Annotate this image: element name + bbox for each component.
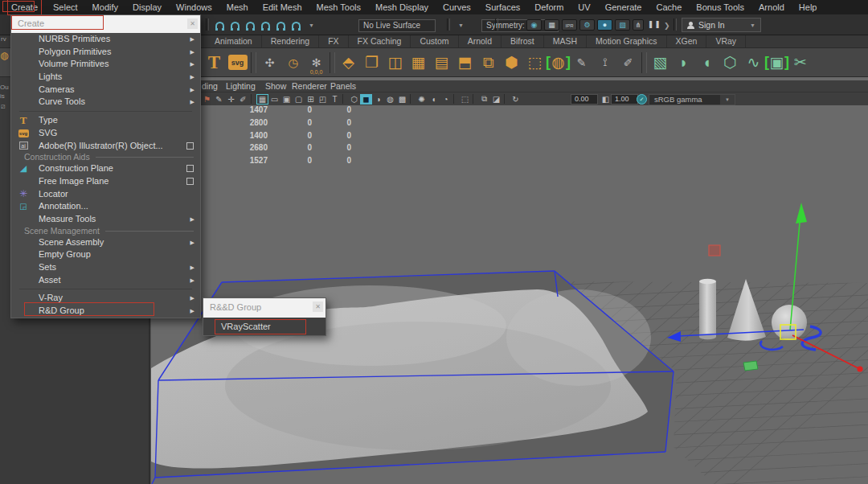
snap-to-projected-center-icon[interactable] [261,22,270,29]
rd-submenu-titlebar[interactable]: R&&D Group ✕ [203,298,326,318]
wireframe-mode-icon[interactable]: ⬡ [348,94,360,105]
menu-item-asset[interactable]: Asset▶ [11,274,200,287]
shaded-mode-icon[interactable]: ◼ [360,94,372,105]
xray-joints-icon[interactable]: ◪ [490,94,502,105]
panel-menu-shading[interactable]: ding [202,80,218,92]
nurbs-cube-icon[interactable]: ⬡ [719,51,742,75]
shelf-tab-bifrost[interactable]: Bifrost [502,35,544,47]
menu-item-curve-tools[interactable]: Curve Tools▶ [11,96,200,109]
menu-edit-mesh[interactable]: Edit Mesh [256,0,309,14]
sphere-object[interactable] [772,305,807,340]
use-all-lights-icon[interactable]: ✺ [416,94,428,105]
joint-tool-icon[interactable]: ✣ [258,51,281,75]
shelf-tab-rendering[interactable]: Rendering [262,35,319,47]
node-editor-icon[interactable]: ⋔ [633,19,644,31]
colorspace-dropdown[interactable]: sRGB gamma ▼ [649,94,735,105]
render-setup-icon[interactable]: ▧ [615,19,630,31]
shelf-tab-animation[interactable]: Animation [206,35,262,47]
fill-hole-icon[interactable]: ▦ [407,51,430,75]
perspective-viewport[interactable]: ding Lighting Show Renderer Panels ⚑ ✎ ✛… [151,77,868,484]
nurbs-surface-icon[interactable]: ◗ [672,51,695,75]
menu-mesh-tools[interactable]: Mesh Tools [309,0,368,14]
sphere-grid-tool-icon[interactable]: ◍ [547,51,570,75]
menu-generate[interactable]: Generate [598,0,649,14]
shadows-icon[interactable]: ◖ [428,94,440,105]
separate-icon[interactable]: ❐ [360,51,383,75]
menu-uv[interactable]: UV [571,0,597,14]
textured-mode-icon[interactable]: ◑ [372,94,384,105]
option-box[interactable] [186,178,194,185]
ao-icon[interactable]: ◔ [440,94,452,105]
menu-item-free-image-plane[interactable]: Free Image Plane [11,175,200,188]
select-camera-icon[interactable]: ✎ [213,94,225,105]
create-curve-icon[interactable]: ✎ [570,51,593,75]
close-icon[interactable]: ✕ [187,18,198,29]
menu-item-nurbs-primitives[interactable]: NURBS Primitives▶ [11,33,200,46]
pencil-curve-icon[interactable]: ✐ [616,51,640,75]
render-view-icon[interactable]: ◉ [526,19,542,31]
panel-menu-renderer[interactable]: Renderer [292,80,327,92]
hypershade-icon[interactable]: ● [597,19,612,31]
menu-item-annotation[interactable]: ◲Annotation... [11,200,200,213]
shelf-tab-xgen[interactable]: XGen [667,35,707,47]
resolution-gate-icon[interactable]: ▣ [280,94,293,105]
menu-display[interactable]: Display [125,0,169,14]
menu-curves[interactable]: Curves [436,0,478,14]
snap-to-view-plane-icon[interactable] [276,22,285,29]
marquee-tool-icon[interactable]: ⬚ [523,51,547,75]
move-to-origin-icon[interactable]: ✻0,0,0 [305,51,328,75]
panel-menu-panels[interactable]: Panels [330,80,356,92]
shelf-tab-vray[interactable]: VRay [706,35,746,47]
menu-item-polygon-primitives[interactable]: Polygon Primitives▶ [11,46,200,59]
snap-to-point-icon[interactable] [246,22,255,29]
menu-item-adobe-illustrator-object[interactable]: aiAdobe(R) Illustrator(R) Object... [11,140,200,153]
menu-item-construction-plane[interactable]: ◢Construction Plane [11,162,200,175]
grid-toggle-icon[interactable]: ▦ [256,94,268,105]
bookmark-icon[interactable]: ⚑ [201,94,213,105]
material-mode-icon[interactable]: ◍ [384,94,396,105]
edit-curve-icon[interactable]: ⟟ [593,51,616,75]
detach-icon[interactable]: ✂ [788,51,812,75]
field-chart-icon[interactable]: ⊞ [305,94,317,105]
isolate-select-icon[interactable]: ⬚ [459,94,471,105]
section-expand-icon-2[interactable]: ❯ [664,22,670,30]
viewport-canvas[interactable] [151,105,868,484]
cube-tool-icon[interactable]: ⬢ [500,51,523,75]
gamma-icon[interactable]: ◧ [600,94,612,105]
gate-mask-icon[interactable]: ▢ [293,94,305,105]
pause-icon[interactable]: ❚❚ [648,20,661,28]
safe-title-icon[interactable]: T [329,94,341,105]
nurbs-plane-icon[interactable]: ▧ [649,51,672,75]
option-box[interactable] [186,165,194,172]
menu-modify[interactable]: Modify [85,0,125,14]
menu-item-measure-tools[interactable]: Measure Tools▶ [11,213,200,226]
wireframe-on-shaded-icon[interactable]: ▩ [396,94,408,105]
exposure-field[interactable]: 0.00 [571,94,598,105]
view-transform-icon[interactable]: ✓ [637,94,647,105]
xray-icon[interactable]: ⧉ [478,94,490,105]
menu-mesh-display[interactable]: Mesh Display [368,0,436,14]
layout-thumb-icon[interactable]: ⧄ [1,102,6,111]
menu-help[interactable]: Help [792,0,825,14]
set-key-icon[interactable]: ◷ [281,51,305,75]
menu-mesh[interactable]: Mesh [219,0,256,14]
nurbs-loft-icon[interactable]: ◖ [695,51,719,75]
menu-arnold[interactable]: Arnold [751,0,792,14]
green-square-marker[interactable] [743,361,758,371]
menu-item-cameras[interactable]: Cameras▶ [11,84,200,96]
shelf-tab-fx-caching[interactable]: FX Caching [349,35,411,47]
svg-tool-icon[interactable]: svg [228,55,248,70]
menu-item-scene-assembly[interactable]: Scene Assembly▶ [11,236,200,249]
menu-item-volume-primitives[interactable]: Volume Primitives▶ [11,58,200,71]
safe-action-icon[interactable]: ◰ [317,94,329,105]
combine-icon[interactable]: ⬘ [337,51,360,75]
render-settings-icon[interactable]: ⚙ [579,19,595,31]
menu-item-type[interactable]: TType [11,114,200,127]
menu-select[interactable]: Select [46,0,85,14]
multi-cut-planes-icon[interactable]: ⧉ [477,51,500,75]
nurbs-curve-icon[interactable]: ∿ [742,51,765,75]
symmetry-chevron-icon[interactable]: ▼ [458,23,464,28]
shelf-tab-custom[interactable]: Custom [411,35,458,47]
menu-bonus-tools[interactable]: Bonus Tools [689,0,751,14]
shelf-tab-fx[interactable]: FX [319,35,348,47]
